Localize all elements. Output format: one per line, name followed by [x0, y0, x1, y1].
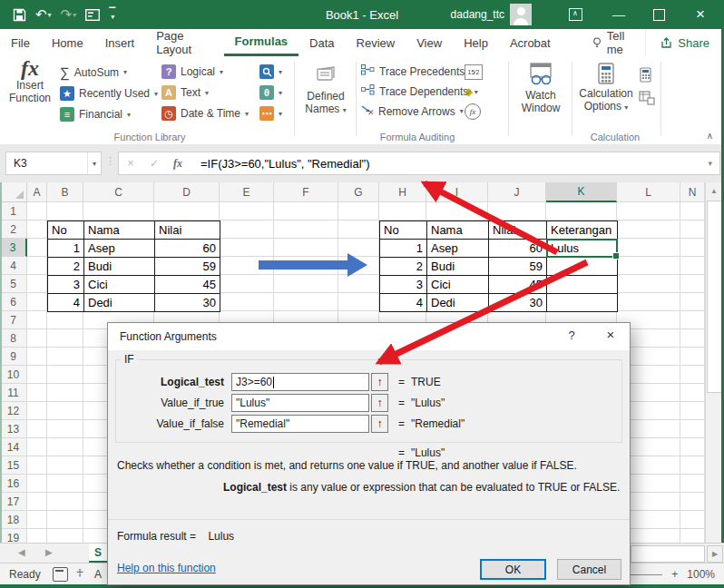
- column-header-N[interactable]: N: [680, 182, 705, 202]
- row-header-6[interactable]: 6: [0, 293, 27, 311]
- logical-test-input[interactable]: J3>=60: [231, 373, 369, 391]
- cell-J2[interactable]: Nilai: [489, 221, 547, 240]
- save-icon[interactable]: [13, 8, 26, 22]
- selected-cell-outline[interactable]: [546, 239, 618, 258]
- cell-I4[interactable]: Budi: [427, 258, 489, 276]
- prev-sheet-icon[interactable]: ◀: [18, 547, 25, 557]
- evaluate-formula-icon[interactable]: fx: [465, 103, 481, 120]
- column-header-A[interactable]: A: [27, 182, 47, 202]
- row-header-1[interactable]: 1: [0, 202, 27, 220]
- dialog-close-icon[interactable]: ×: [598, 327, 623, 345]
- scroll-right-icon[interactable]: ▶: [707, 545, 723, 563]
- name-box-dropdown-icon[interactable]: ▾: [87, 152, 101, 174]
- row-header-8[interactable]: 8: [0, 329, 27, 348]
- collapse-dialog-icon[interactable]: ↑: [371, 415, 388, 433]
- dialog-title-bar[interactable]: Function Arguments ? ×: [108, 323, 630, 350]
- calculation-options-button[interactable]: Calculation Options ▾: [577, 62, 635, 114]
- recently-used-button[interactable]: ★Recently Used▾: [60, 86, 158, 101]
- minimize-button[interactable]: —: [601, 0, 637, 29]
- cell-D6[interactable]: 30: [155, 294, 220, 312]
- row-header-18[interactable]: 18: [0, 511, 27, 529]
- tab-acrobat[interactable]: Acrobat: [499, 29, 562, 56]
- avatar[interactable]: [510, 4, 532, 25]
- cell-C6[interactable]: Dedi: [84, 294, 155, 312]
- column-header-K[interactable]: K: [546, 182, 617, 202]
- cancel-formula-icon[interactable]: ×: [119, 157, 142, 170]
- text-button[interactable]: AText▾: [161, 85, 249, 100]
- calculate-now-icon[interactable]: [639, 67, 655, 85]
- cell-J3[interactable]: 60: [489, 240, 547, 258]
- tab-review[interactable]: Review: [346, 29, 406, 56]
- vertical-scroll-thumb[interactable]: [707, 201, 722, 393]
- row-header-3[interactable]: 3: [0, 239, 27, 257]
- redo-dropdown-icon[interactable]: ▾: [73, 11, 76, 19]
- cell-B3[interactable]: 1: [48, 240, 84, 258]
- logical-button[interactable]: ?Logical▾: [161, 64, 249, 79]
- cell-H2[interactable]: No: [380, 221, 427, 240]
- ok-button[interactable]: OK: [480, 559, 546, 580]
- collapse-dialog-icon[interactable]: ↑: [371, 373, 388, 391]
- defined-names-button[interactable]: Defined Names ▾: [299, 62, 352, 117]
- collapse-dialog-icon[interactable]: ↑: [371, 394, 388, 412]
- column-header-C[interactable]: C: [83, 182, 154, 202]
- row-header-2[interactable]: 2: [0, 220, 27, 239]
- cell-K5[interactable]: [547, 276, 618, 294]
- cell-B4[interactable]: 2: [48, 258, 84, 276]
- redo-button[interactable]: ↷▾: [61, 6, 77, 23]
- collapse-ribbon-icon[interactable]: ∧: [707, 131, 713, 141]
- vertical-scrollbar[interactable]: ▲: [705, 182, 722, 543]
- expand-formula-bar-icon[interactable]: ▾: [708, 159, 712, 168]
- accessibility-icon[interactable]: ☥: [76, 567, 83, 579]
- dialog-help-icon[interactable]: ?: [560, 328, 583, 345]
- formula-text[interactable]: =IF(J3>=60,"Lulus", "Remedial"): [201, 157, 369, 171]
- row-header-7[interactable]: 7: [0, 311, 27, 329]
- cell-I2[interactable]: Nama: [427, 221, 489, 240]
- cell-B5[interactable]: 3: [48, 276, 84, 294]
- row-header-19[interactable]: 19: [0, 529, 27, 543]
- close-button[interactable]: ×: [682, 0, 719, 29]
- column-header-D[interactable]: D: [154, 182, 220, 202]
- cell-B2[interactable]: No: [48, 221, 84, 240]
- row-header-11[interactable]: 11: [0, 384, 27, 402]
- macro-record-icon[interactable]: [53, 567, 68, 582]
- row-header-5[interactable]: 5: [0, 275, 27, 293]
- user-name[interactable]: dadang_ttc: [451, 0, 504, 29]
- zoom-in-icon[interactable]: +: [671, 568, 678, 581]
- cell-H5[interactable]: 3: [380, 276, 427, 294]
- row-header-17[interactable]: 17: [0, 493, 27, 511]
- cell-D4[interactable]: 59: [155, 258, 220, 276]
- undo-dropdown-icon[interactable]: ▾: [48, 11, 52, 19]
- next-sheet-icon[interactable]: ▶: [45, 547, 53, 557]
- active-sheet-tab[interactable]: S: [89, 544, 107, 563]
- zoom-level[interactable]: 100%: [687, 568, 715, 581]
- column-header-F[interactable]: F: [274, 182, 338, 202]
- watch-window-button[interactable]: Watch Window: [514, 62, 568, 114]
- insert-function-icon[interactable]: fx: [166, 157, 190, 171]
- name-box[interactable]: K3 ▾: [5, 152, 102, 175]
- tab-home[interactable]: Home: [41, 29, 94, 56]
- cell-I5[interactable]: Cici: [427, 276, 489, 294]
- cell-C4[interactable]: Budi: [84, 258, 155, 276]
- help-on-function-link[interactable]: Help on this function: [117, 562, 216, 574]
- formula-input-area[interactable]: × ✓ fx =IF(J3>=60,"Lulus", "Remedial") ▾: [118, 152, 720, 175]
- undo-button[interactable]: ↶▾: [35, 6, 52, 23]
- remove-arrows-button[interactable]: ✕Remove Arrows▾: [361, 104, 468, 118]
- trace-dependents-button[interactable]: Trace Dependents: [361, 84, 468, 98]
- column-header-G[interactable]: G: [338, 182, 379, 202]
- value-if-true-input[interactable]: "Lulus": [231, 394, 369, 412]
- column-header-J[interactable]: J: [488, 182, 546, 202]
- cell-K4[interactable]: [547, 258, 618, 276]
- row-header-15[interactable]: 15: [0, 456, 27, 475]
- insert-function-button[interactable]: fx Insert Function: [5, 62, 54, 104]
- cell-H4[interactable]: 2: [380, 258, 427, 276]
- tab-help[interactable]: Help: [453, 29, 499, 56]
- cell-D3[interactable]: 60: [155, 240, 220, 258]
- tell-me-box[interactable]: Tell me: [585, 29, 646, 56]
- date-time-button[interactable]: ◷Date & Time▾: [161, 106, 249, 121]
- cell-H3[interactable]: 1: [380, 240, 427, 258]
- row-header-13[interactable]: 13: [0, 420, 27, 438]
- autosum-button[interactable]: ∑AutoSum▾: [60, 64, 158, 80]
- column-header-H[interactable]: H: [379, 182, 426, 202]
- cell-J5[interactable]: 45: [489, 276, 547, 294]
- cell-C3[interactable]: Asep: [84, 240, 155, 258]
